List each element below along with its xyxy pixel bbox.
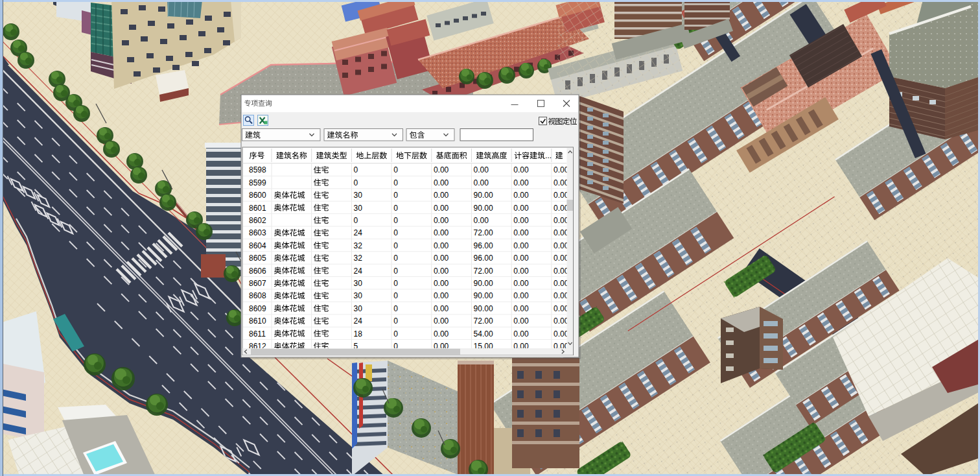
svg-text:32: 32 [354,241,363,250]
svg-text:0.00: 0.00 [554,279,569,288]
svg-text:0.00: 0.00 [434,316,449,326]
svg-text:0.00: 0.00 [434,216,449,225]
svg-text:0.00: 0.00 [554,204,569,213]
svg-text:30: 30 [354,304,363,313]
svg-text:0.00: 0.00 [554,165,569,174]
svg-text:0.00: 0.00 [434,254,449,263]
svg-text:0.00: 0.00 [434,165,449,174]
svg-text:8598: 8598 [249,165,266,174]
svg-text:8606: 8606 [249,267,266,276]
svg-text:30: 30 [354,279,363,288]
svg-text:0.00: 0.00 [434,178,449,187]
svg-text:0.00: 0.00 [513,267,529,276]
svg-text:0: 0 [393,267,398,276]
svg-text:0.00: 0.00 [434,228,449,237]
svg-text:0: 0 [354,165,358,174]
svg-text:8611: 8611 [249,329,266,339]
svg-text:96.00: 96.00 [474,254,493,263]
svg-text:0.00: 0.00 [513,165,529,174]
svg-text:0.00: 0.00 [554,216,569,225]
svg-text:0.00: 0.00 [513,191,529,200]
svg-text:0.00: 0.00 [554,241,569,250]
svg-text:18: 18 [354,329,363,339]
svg-text:0.00: 0.00 [513,216,529,225]
svg-text:0.00: 0.00 [554,291,569,300]
svg-text:0.00: 0.00 [434,304,449,313]
svg-text:0.00: 0.00 [434,191,449,200]
svg-text:0.00: 0.00 [434,267,449,276]
svg-text:0: 0 [393,178,398,187]
svg-text:0.00: 0.00 [434,279,449,288]
svg-text:0: 0 [393,329,398,339]
svg-text:8604: 8604 [249,241,266,250]
svg-text:90.00: 90.00 [474,191,493,200]
svg-text:0.00: 0.00 [554,178,569,187]
svg-text:0: 0 [393,228,398,237]
svg-text:30: 30 [354,191,363,200]
svg-text:90.00: 90.00 [474,291,493,300]
svg-text:8602: 8602 [249,216,266,225]
svg-text:0.00: 0.00 [434,329,449,339]
svg-text:0: 0 [393,191,398,200]
svg-text:0.00: 0.00 [434,241,449,250]
svg-text:96.00: 96.00 [474,241,493,250]
svg-text:0: 0 [393,204,398,213]
svg-text:0: 0 [393,254,398,263]
svg-text:72.00: 72.00 [474,267,493,276]
svg-text:0.00: 0.00 [434,204,449,213]
svg-text:0.00: 0.00 [513,178,529,187]
svg-text:0: 0 [354,216,358,225]
svg-text:0.00: 0.00 [513,329,529,339]
svg-text:0.00: 0.00 [554,329,569,339]
svg-text:0.00: 0.00 [513,241,529,250]
svg-text:0.00: 0.00 [474,178,489,187]
svg-text:0.00: 0.00 [554,228,569,237]
svg-text:8609: 8609 [249,304,266,313]
svg-text:0.00: 0.00 [513,304,529,313]
svg-text:0: 0 [354,178,358,187]
svg-text:0.00: 0.00 [513,254,529,263]
svg-text:0.00: 0.00 [554,254,569,263]
svg-text:90.00: 90.00 [474,279,493,288]
svg-text:32: 32 [354,254,363,263]
svg-text:72.00: 72.00 [474,228,493,237]
svg-text:24: 24 [354,316,363,326]
svg-text:90.00: 90.00 [474,304,493,313]
svg-text:0.00: 0.00 [554,316,569,326]
svg-text:0: 0 [393,304,398,313]
svg-text:90.00: 90.00 [474,204,493,213]
svg-text:0.00: 0.00 [513,204,529,213]
svg-text:30: 30 [354,291,363,300]
svg-text:8600: 8600 [249,191,266,200]
svg-text:8610: 8610 [249,316,266,326]
svg-text:0: 0 [393,241,398,250]
svg-text:0.00: 0.00 [554,191,569,200]
svg-text:0: 0 [393,216,398,225]
svg-text:0.00: 0.00 [554,267,569,276]
svg-text:24: 24 [354,267,363,276]
svg-text:0.00: 0.00 [513,279,529,288]
svg-text:24: 24 [354,228,363,237]
svg-text:0: 0 [393,165,398,174]
svg-text:0.00: 0.00 [513,228,529,237]
svg-text:8605: 8605 [249,254,266,263]
svg-text:0.00: 0.00 [474,165,489,174]
svg-text:8601: 8601 [249,204,266,213]
svg-text:0.00: 0.00 [474,216,489,225]
svg-text:8603: 8603 [249,228,266,237]
svg-text:8607: 8607 [249,279,266,288]
svg-text:0.00: 0.00 [434,291,449,300]
svg-text:...: ... [545,151,552,160]
svg-text:0: 0 [393,291,398,300]
svg-text:8599: 8599 [249,178,266,187]
svg-text:72.00: 72.00 [474,316,493,326]
svg-text:0: 0 [393,279,398,288]
svg-text:0.00: 0.00 [513,316,529,326]
svg-text:30: 30 [354,204,363,213]
svg-text:0: 0 [393,316,398,326]
svg-text:54.00: 54.00 [474,329,493,339]
svg-text:8608: 8608 [249,291,266,300]
svg-text:0.00: 0.00 [554,304,569,313]
svg-text:0.00: 0.00 [513,291,529,300]
